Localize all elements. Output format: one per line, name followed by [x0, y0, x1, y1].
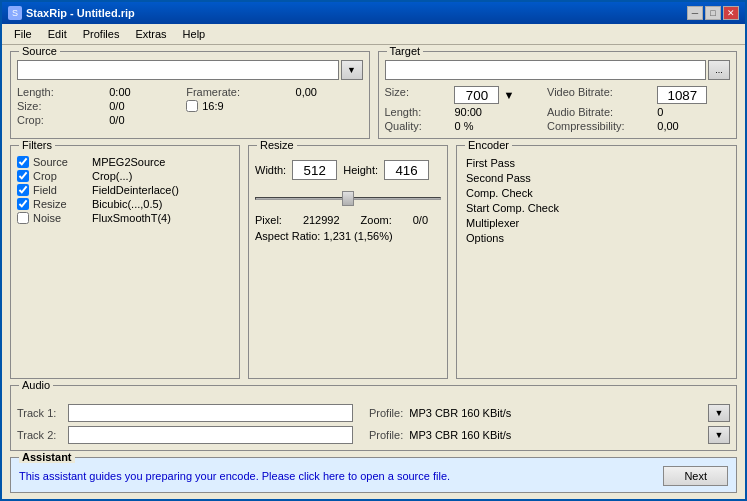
audio-track1-row: Track 1: Profile: MP3 CBR 160 KBit/s ▼	[17, 404, 730, 422]
track2-profile-dropdown[interactable]: ▼	[708, 426, 730, 444]
title-bar-controls: ─ □ ✕	[687, 6, 739, 20]
filter-noise[interactable]: Noise FluxSmoothT(4)	[17, 212, 233, 224]
middle-row: Filters Source MPEG2Source Crop Crop(...…	[10, 145, 737, 379]
menu-bar: File Edit Profiles Extras Help	[2, 24, 745, 45]
encoder-start-comp-check[interactable]: Start Comp. Check	[463, 201, 730, 215]
minimize-button[interactable]: ─	[687, 6, 703, 20]
aspect-value: 1,231 (1,56%)	[323, 230, 392, 242]
encoder-group: Encoder First Pass Second Pass Comp. Che…	[456, 145, 737, 379]
title-bar-left: S StaxRip - Untitled.rip	[8, 6, 135, 20]
size-input[interactable]	[454, 86, 499, 104]
width-input[interactable]	[292, 160, 337, 180]
source-group: Source ▼ Length: 0:00 Framerate: 0,00 Si…	[10, 51, 370, 139]
encoder-multiplexer[interactable]: Multiplexer	[463, 216, 730, 230]
quality-label: Quality:	[385, 120, 445, 132]
track1-profile-value: MP3 CBR 160 KBit/s	[409, 407, 702, 419]
track2-profile-label: Profile:	[369, 429, 403, 441]
filter-list: Source MPEG2Source Crop Crop(...) Field …	[17, 156, 233, 224]
filter-resize-checkbox[interactable]	[17, 198, 29, 210]
resize-info: Pixel: 212992 Zoom: 0/0	[255, 214, 441, 226]
crop-value: 0/0	[109, 114, 176, 126]
filter-field[interactable]: Field FieldDeinterlace()	[17, 184, 233, 196]
filter-crop-checkbox[interactable]	[17, 170, 29, 182]
resize-slider-container	[255, 188, 441, 208]
resize-slider-thumb[interactable]	[342, 191, 354, 206]
encoder-first-pass[interactable]: First Pass	[463, 156, 730, 170]
filter-field-value: FieldDeinterlace()	[92, 184, 179, 196]
menu-profiles[interactable]: Profiles	[75, 26, 128, 42]
encoder-label: Encoder	[465, 139, 512, 151]
close-button[interactable]: ✕	[723, 6, 739, 20]
menu-file[interactable]: File	[6, 26, 40, 42]
video-bitrate-label: Video Bitrate:	[547, 86, 647, 104]
height-label: Height:	[343, 164, 378, 176]
filters-label: Filters	[19, 139, 55, 151]
height-input[interactable]	[384, 160, 429, 180]
size-dropdown-arrow[interactable]: ▼	[503, 89, 514, 101]
target-input[interactable]	[385, 60, 707, 80]
checkbox-16-9-row: 16:9	[186, 100, 285, 112]
audio-track2-row: Track 2: Profile: MP3 CBR 160 KBit/s ▼	[17, 426, 730, 444]
audio-label: Audio	[19, 379, 53, 391]
checkbox-16-9-label: 16:9	[202, 100, 223, 112]
target-input-row: ...	[385, 60, 731, 80]
encoder-options[interactable]: Options	[463, 231, 730, 245]
track1-input[interactable]	[68, 404, 353, 422]
filter-field-checkbox[interactable]	[17, 184, 29, 196]
target-length-value: 90:00	[454, 106, 537, 118]
filter-source-checkbox[interactable]	[17, 156, 29, 168]
app-icon: S	[8, 6, 22, 20]
menu-extras[interactable]: Extras	[127, 26, 174, 42]
next-button[interactable]: Next	[663, 466, 728, 486]
aspect-label: Aspect Ratio:	[255, 230, 320, 242]
width-label: Width:	[255, 164, 286, 176]
audio-bitrate-value: 0	[657, 106, 730, 118]
filter-noise-name: Noise	[33, 212, 88, 224]
filter-resize-name: Resize	[33, 198, 88, 210]
encoder-comp-check[interactable]: Comp. Check	[463, 186, 730, 200]
assistant-group: Assistant This assistant guides you prep…	[10, 457, 737, 493]
filter-source[interactable]: Source MPEG2Source	[17, 156, 233, 168]
filter-crop-value: Crop(...)	[92, 170, 132, 182]
resize-label: Resize	[257, 139, 297, 151]
size-label: Size:	[17, 100, 99, 112]
source-dropdown-button[interactable]: ▼	[341, 60, 363, 80]
video-bitrate-input[interactable]	[657, 86, 707, 104]
assistant-label: Assistant	[19, 451, 75, 463]
audio-tracks: Track 1: Profile: MP3 CBR 160 KBit/s ▼ T…	[17, 404, 730, 444]
audio-group: Audio Track 1: Profile: MP3 CBR 160 KBit…	[10, 385, 737, 451]
filter-noise-checkbox[interactable]	[17, 212, 29, 224]
menu-help[interactable]: Help	[175, 26, 214, 42]
restore-button[interactable]: □	[705, 6, 721, 20]
pixel-label: Pixel:	[255, 214, 295, 226]
size-value: 0/0	[109, 100, 176, 112]
filter-crop-name: Crop	[33, 170, 88, 182]
target-browse-button[interactable]: ...	[708, 60, 730, 80]
target-group: Target ... Size: ▼ Video Bitrate: Length…	[378, 51, 738, 139]
filter-field-name: Field	[33, 184, 88, 196]
filter-crop[interactable]: Crop Crop(...)	[17, 170, 233, 182]
assistant-text[interactable]: This assistant guides you preparing your…	[19, 470, 450, 482]
track2-input[interactable]	[68, 426, 353, 444]
target-size-label: Size:	[385, 86, 445, 104]
resize-group: Resize Width: Height: Pixel: 212992 Zoom…	[248, 145, 448, 379]
framerate-label: Framerate:	[186, 86, 285, 98]
compressibility-value: 0,00	[657, 120, 730, 132]
source-label: Source	[19, 45, 60, 57]
crop-label: Crop:	[17, 114, 99, 126]
encoder-second-pass[interactable]: Second Pass	[463, 171, 730, 185]
menu-edit[interactable]: Edit	[40, 26, 75, 42]
source-input-row: ▼	[17, 60, 363, 80]
filter-resize[interactable]: Resize Bicubic(...,0.5)	[17, 198, 233, 210]
compressibility-label: Compressibility:	[547, 120, 647, 132]
track1-label: Track 1:	[17, 407, 62, 419]
top-row: Source ▼ Length: 0:00 Framerate: 0,00 Si…	[10, 51, 737, 139]
checkbox-16-9[interactable]	[186, 100, 198, 112]
target-length-label: Length:	[385, 106, 445, 118]
zoom-label: Zoom:	[361, 214, 405, 226]
filter-noise-value: FluxSmoothT(4)	[92, 212, 171, 224]
track2-profile-value: MP3 CBR 160 KBit/s	[409, 429, 702, 441]
window-title: StaxRip - Untitled.rip	[26, 7, 135, 19]
source-input[interactable]	[17, 60, 339, 80]
track1-profile-dropdown[interactable]: ▼	[708, 404, 730, 422]
